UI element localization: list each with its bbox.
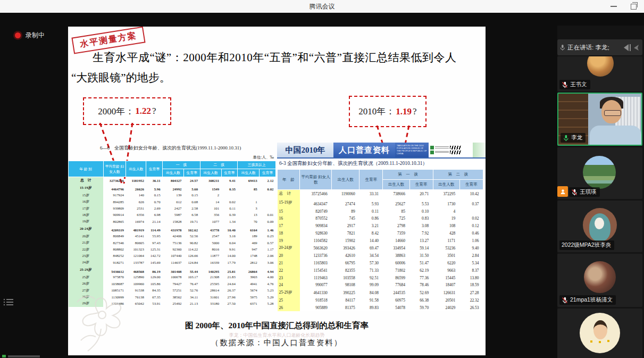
- table-cell: 1.34: [221, 218, 238, 224]
- table-cell: 7.92: [409, 230, 433, 237]
- row-age-label: 25: [278, 297, 300, 304]
- table-cell: 1181952: [126, 177, 146, 184]
- table-cell: 5663620: [300, 244, 332, 252]
- table-cell: 4.76: [260, 280, 276, 287]
- table-cell: 4941: [238, 280, 260, 287]
- table-cell: [260, 192, 276, 198]
- layout-arrows-icon[interactable]: [622, 44, 640, 52]
- table-cell: 3.21: [359, 222, 383, 230]
- mic-muted-icon: [562, 297, 568, 304]
- table-cell: 745: [332, 215, 359, 222]
- callout-2010: 2010年： 1.19 ?: [349, 96, 426, 127]
- table-cell: 20501: [433, 297, 459, 304]
- table-row: 20岁8068494514155.954240652.5625473.16189…: [69, 233, 276, 239]
- table-cell: 301408: [163, 266, 184, 274]
- table-row: 2012337364261034.543886331.5035012.84: [278, 252, 483, 260]
- participant-name: 21mpa1班杨清文: [570, 296, 613, 304]
- table-cell: 15828: [163, 218, 184, 224]
- participant-tile[interactable]: 21mpa1班杨清文: [557, 254, 642, 307]
- callout-2010-suffix: ?: [413, 106, 417, 117]
- table-cell: 2: [200, 192, 221, 198]
- table-cell: 5.60: [183, 184, 200, 192]
- table-cell: 26.37: [221, 287, 238, 293]
- table-row: 1790983429173.2127983.081080.12: [278, 222, 483, 230]
- recording-indicator[interactable]: 录制中: [15, 31, 45, 40]
- banner-part1: 中国2010年: [277, 143, 333, 157]
- participant-tile[interactable]: 王琪瑛: [557, 147, 642, 199]
- table-cell: 43778: [200, 224, 221, 232]
- table-cell: 84.08: [359, 289, 383, 297]
- minimize-button[interactable]: [610, 6, 617, 7]
- table-cell: 18.59: [459, 281, 483, 289]
- table-cell: 145.69: [146, 259, 163, 265]
- table-cell: 5.96: [146, 184, 163, 192]
- table-cell: 0.09: [260, 218, 276, 224]
- table-cell: 0.15: [146, 192, 163, 198]
- table-cell: 1549: [200, 184, 221, 192]
- main-stage: 录制中 水平测量方案 生育水平成“谜”：2000年和2010年“五普”和“六普”…: [0, 13, 644, 358]
- table-cell: 32736216: [103, 177, 126, 184]
- table-row: 259185188411791.586097566.382050122.32: [278, 297, 483, 304]
- table-row: 20-24岁4209319481919114.49431978102.62437…: [69, 224, 276, 232]
- table-cell: 36.11: [146, 177, 163, 184]
- participant-tile[interactable]: 2022级MPA2班朱玉霞: [557, 309, 642, 358]
- table-cell: 2.84: [459, 252, 483, 260]
- col-group3: 三孩及以上: [238, 161, 276, 169]
- table-cell: 5.93: [359, 198, 383, 207]
- row-age-label: 24: [278, 281, 300, 289]
- callout-2000-suffix: ?: [152, 106, 156, 116]
- table-cell: 129.00: [146, 274, 163, 280]
- table-cell: 69413: [238, 177, 260, 184]
- row-age-label: 24岁: [69, 259, 104, 265]
- table-cell: 24.57: [183, 177, 200, 184]
- app-window: 腾讯会议 录制中 水平测量方案 生育水平成“谜”：2000年和2010年“五普”…: [0, 0, 644, 358]
- table-cell: 25627: [383, 198, 409, 207]
- table-cell: 870552: [300, 215, 332, 222]
- table-cell: 1.17: [260, 246, 276, 252]
- restore-button[interactable]: [631, 4, 637, 10]
- participant-tile[interactable]: 2022级MPA2班李炎: [557, 201, 642, 252]
- table-cell: 77.36: [409, 274, 433, 281]
- table-cell: 4464796: [103, 184, 126, 192]
- table-cell: 372295: [433, 190, 459, 198]
- col-sub-births: 出生人数: [238, 169, 260, 177]
- table-cell: 27.28: [459, 289, 483, 297]
- table-cell: 125.31: [146, 246, 163, 252]
- table-cell: 1171: [433, 237, 459, 244]
- table-cell: [221, 192, 238, 198]
- mic-icon: [559, 44, 565, 51]
- table-cell: 1077: [200, 218, 221, 224]
- col-births: 出生人数: [332, 170, 359, 190]
- census-book-banner: 中国2010年 人口普查资料 TABULATION ON THE 2010 PO…: [277, 143, 486, 157]
- table-row: 22岁808802101323125.3192360114.2280169.91…: [69, 246, 276, 252]
- table-cell: 390225: [332, 289, 359, 297]
- col-age: 年 龄 别: [69, 161, 104, 177]
- table-cell: 4209319: [103, 224, 126, 232]
- participant-tile-speaking[interactable]: 李龙: [557, 93, 642, 146]
- slide-title-line2: “大跌眼镜”的地步。: [71, 70, 171, 85]
- col-sub-births: 出生人数: [200, 169, 221, 177]
- list-view-icon[interactable]: [3, 298, 14, 306]
- table-row: 1892863078218.4273597.924280.46: [278, 230, 483, 237]
- table-cell: 89.83: [359, 304, 383, 311]
- table-cell: 77684: [383, 281, 409, 289]
- table-cell: 334954: [383, 244, 409, 252]
- table-cell: 909834: [300, 222, 332, 230]
- col-sub-rate: 生育率: [221, 169, 238, 177]
- table-cell: 6371: [238, 300, 260, 306]
- table-cell: 1748: [238, 253, 260, 259]
- participants-sidebar: 正在讲话: 李龙; 王书文: [557, 26, 644, 358]
- row-age-label: 总 计: [69, 177, 104, 184]
- table-cell: 84.35: [146, 287, 163, 293]
- table-cell: 69.47: [359, 244, 383, 252]
- table-cell: 133787: [126, 259, 146, 265]
- table-cell: 1730: [433, 198, 459, 207]
- table-cell: 738666: [383, 190, 409, 198]
- table-cell: 848252: [103, 253, 126, 259]
- table-cell: 5987: [163, 212, 184, 218]
- table-cell: 100678: [163, 274, 184, 280]
- col-women: 平均育龄 妇女人数: [103, 161, 126, 177]
- participant-tile[interactable]: 王书文: [557, 56, 642, 91]
- row-age-label: 18: [278, 230, 300, 237]
- table-cell: 5.23: [260, 287, 276, 293]
